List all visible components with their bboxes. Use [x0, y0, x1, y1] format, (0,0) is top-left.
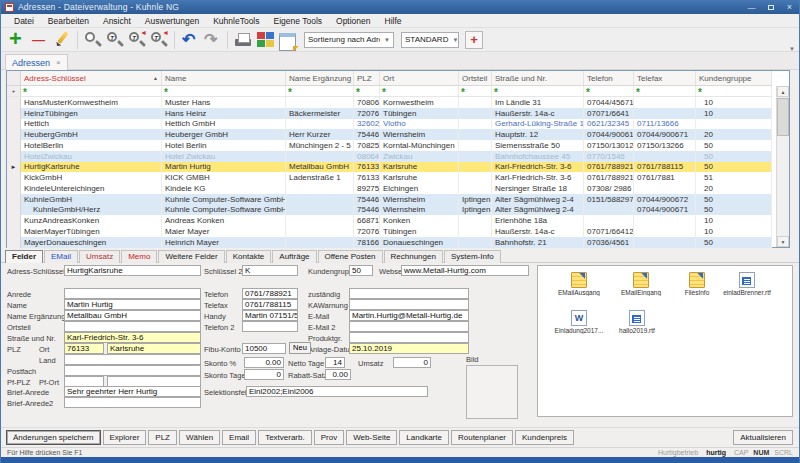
filter-icon[interactable]: * — [356, 90, 360, 96]
field-schluessel2[interactable]: K — [242, 265, 298, 276]
map-button[interactable]: Landkarte — [399, 430, 449, 445]
table-cell[interactable]: Maier Mayer — [162, 226, 286, 237]
table-cell[interactable]: Muster Hans — [162, 97, 286, 108]
table-cell[interactable]: 07071/66412 — [584, 226, 634, 237]
table-cell[interactable]: Hettich GmbH — [162, 119, 286, 130]
menu-item-kuhnletools[interactable]: KuhnleTools — [206, 16, 266, 26]
tab-kontakte[interactable]: Kontakte — [226, 250, 272, 263]
plz-button[interactable]: PLZ — [148, 430, 177, 445]
table-cell[interactable]: Haußerstr. 14a-c — [492, 108, 584, 119]
table-cell[interactable]: 72076 — [354, 226, 380, 237]
table-cell[interactable]: 72076 — [354, 108, 380, 119]
table-cell[interactable]: Alter Sägmühlweg 2-4 — [492, 205, 584, 216]
table-cell[interactable]: 70806 — [354, 97, 380, 108]
table-cell[interactable]: Hans Heinz — [162, 108, 286, 119]
table-row[interactable]: HeinzTübingenHans HeinzBäckermeister7207… — [7, 108, 772, 119]
table-cell[interactable]: Bahnhofchaussee 45 — [492, 151, 584, 162]
field-adress_schluessel[interactable]: HurtigKarlsruhe — [64, 265, 201, 276]
table-cell[interactable]: 0151/5882976 — [584, 194, 634, 205]
tab-weitere-felder[interactable]: Weitere Felder — [158, 250, 224, 263]
tab-offene-posten[interactable]: Offene Posten — [318, 250, 383, 263]
table-cell[interactable] — [286, 97, 354, 108]
table-cell[interactable]: 20 — [696, 183, 772, 194]
scrollbar-thumb[interactable] — [777, 98, 789, 136]
table-cell[interactable]: HotelZwickau — [21, 151, 162, 162]
field-kawarnung[interactable] — [349, 299, 469, 310]
filter-icon[interactable]: * — [164, 90, 168, 96]
field-webseite[interactable]: www.Metall-Hurtig.com — [401, 265, 529, 276]
table-cell[interactable] — [459, 129, 492, 140]
table-cell[interactable]: Zwickau — [380, 151, 459, 162]
table-cell[interactable]: KickGmbH — [21, 172, 162, 183]
table-cell[interactable]: 0761/7881 — [634, 172, 696, 183]
table-cell[interactable]: Bahnhofstr. 21 — [492, 237, 584, 248]
table-cell[interactable] — [634, 237, 696, 248]
field-skonto_proz[interactable]: 0.00 — [244, 357, 284, 368]
table-row[interactable]: HettichHettich GmbH32602VlothoGerhard-Lü… — [7, 119, 772, 130]
field-telefon2[interactable] — [242, 321, 298, 332]
table-cell[interactable]: 76133 — [354, 162, 380, 173]
table-cell[interactable] — [459, 183, 492, 194]
filter-icon[interactable]: * — [698, 90, 702, 96]
filter-icon[interactable]: * — [288, 90, 292, 96]
field-skonto_tage[interactable]: 0 — [244, 369, 284, 380]
field-rabatt_satz[interactable]: 0.00 — [325, 369, 351, 380]
table-cell[interactable]: KuhnleGmbH — [21, 194, 162, 205]
table-cell[interactable] — [634, 183, 696, 194]
filter-cell[interactable]: * — [380, 86, 459, 96]
table-cell[interactable]: 50 — [696, 162, 772, 173]
table-cell[interactable]: 75446 — [354, 129, 380, 140]
table-cell[interactable]: 75446 — [354, 205, 380, 216]
table-cell[interactable]: HotelBerlin — [21, 140, 162, 151]
table-cell[interactable]: 32602 — [354, 119, 380, 130]
table-cell[interactable]: 66871 — [354, 215, 380, 226]
table-cell[interactable]: Donaueschingen — [380, 237, 459, 248]
routeplanner-button[interactable]: Routenplaner — [451, 430, 513, 445]
field-name[interactable]: Martin Hurtig — [64, 299, 201, 310]
search-icon[interactable] — [83, 30, 103, 50]
table-cell[interactable]: HeinzTübingen — [21, 108, 162, 119]
field-telefax[interactable]: 0761/788115 — [242, 299, 298, 310]
table-cell[interactable]: Tübingen — [380, 108, 459, 119]
table-cell[interactable]: 89275 — [354, 183, 380, 194]
field-land[interactable] — [64, 354, 201, 365]
table-cell[interactable]: 0621/32345 — [584, 119, 634, 130]
table-cell[interactable]: KunzAndreasKonken — [21, 215, 162, 226]
filter-icon[interactable]: * — [461, 90, 465, 96]
menu-item-optionen[interactable]: Optionen — [329, 16, 378, 26]
table-cell[interactable]: 0711/13666 — [634, 119, 696, 130]
table-cell[interactable]: Karl-Friedrich-Str. 3-6 — [492, 162, 584, 173]
table-cell[interactable]: Alter Sägmühlweg 2-4 — [492, 194, 584, 205]
table-cell[interactable]: HurtigKarlsruhe — [21, 162, 162, 173]
table-cell[interactable]: Kuhnle Computer-Software GmbH — [162, 194, 286, 205]
tab-felder[interactable]: Felder — [5, 250, 43, 263]
table-row[interactable]: KunzAndreasKonkenAndreas Konken66871Konk… — [7, 215, 772, 226]
table-cell[interactable]: Gerhard-Lüking-Straße 10 — [492, 119, 584, 130]
table-cell[interactable]: Nersinger Straße 18 — [492, 183, 584, 194]
table-cell[interactable] — [634, 151, 696, 162]
table-cell[interactable]: 10 — [696, 215, 772, 226]
menu-item-ansicht[interactable]: Ansicht — [96, 16, 138, 26]
table-cell[interactable]: Karlsruhe — [380, 162, 459, 173]
table-cell[interactable]: 07044/456718 — [584, 97, 634, 108]
file-item-emailausgang[interactable]: EMailAusgang — [550, 272, 608, 296]
scroll-up-icon[interactable]: ▲ — [777, 86, 789, 97]
filter-cell[interactable]: * — [286, 86, 354, 96]
table-cell[interactable] — [459, 97, 492, 108]
table-cell[interactable]: 07150/13012 — [584, 140, 634, 151]
table-cell[interactable]: 07071/6641 — [584, 108, 634, 119]
field-name_ergaenzung[interactable]: Metallbau GmbH — [64, 310, 201, 321]
column-header-ort[interactable]: Ort — [380, 71, 459, 85]
table-row[interactable]: MaierMayerTübingenMaier Mayer72076Tübing… — [7, 226, 772, 237]
table-cell[interactable] — [286, 194, 354, 205]
table-cell[interactable]: 07044/900672 — [634, 194, 696, 205]
table-cell[interactable]: 10 — [696, 226, 772, 237]
field-kundengruppe[interactable]: 50 — [349, 265, 373, 276]
table-cell[interactable] — [459, 108, 492, 119]
table-row[interactable]: HotelZwickauHotel Zwickau08064ZwickauBah… — [7, 151, 772, 162]
view-combobox[interactable]: STANDARD ▼ — [401, 32, 459, 48]
field-strasse[interactable]: Karl-Friedrich-Str. 3-6 — [64, 332, 201, 343]
dial-button[interactable]: Wählen — [179, 430, 220, 445]
filter-cell[interactable]: * — [634, 86, 696, 96]
filter-icon[interactable]: * — [382, 90, 386, 96]
